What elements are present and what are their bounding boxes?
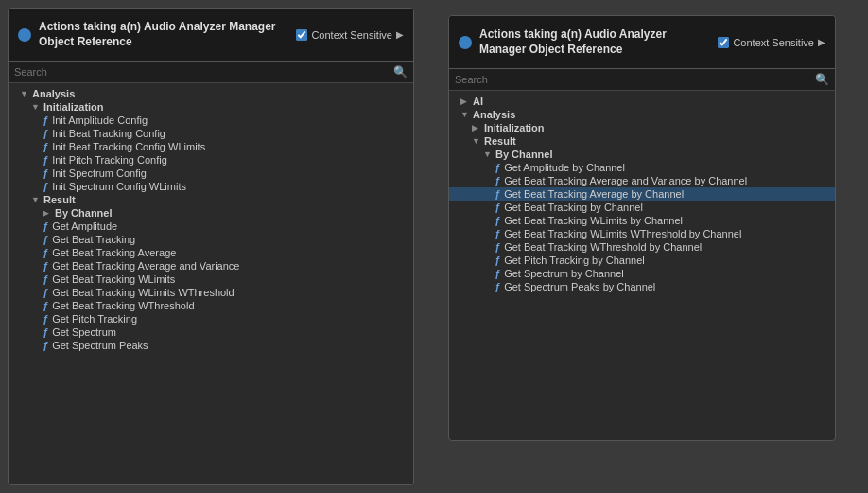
list-item[interactable]: ƒ Get Beat Tracking Average and Variance… bbox=[449, 174, 835, 187]
list-item[interactable]: ƒ Get Pitch Tracking bbox=[9, 312, 413, 326]
func-icon: ƒ bbox=[495, 215, 500, 226]
func-icon: ƒ bbox=[43, 300, 48, 311]
right-analysis-section[interactable]: ▼ Analysis bbox=[449, 108, 835, 121]
left-initialization-section[interactable]: ▼ Initialization bbox=[9, 100, 413, 114]
by-channel-item-label: Get Beat Tracking Average and Variance b… bbox=[504, 175, 747, 186]
list-item[interactable]: ƒ Get Beat Tracking WLimits WThreshold b… bbox=[449, 227, 835, 240]
list-item[interactable]: ƒ Init Spectrum Config WLimits bbox=[9, 180, 413, 193]
list-item[interactable]: ƒ Get Spectrum by Channel bbox=[449, 267, 835, 280]
left-result-section[interactable]: ▼ Result bbox=[9, 193, 413, 206]
right-tree-container[interactable]: ▶ AI ▼ Analysis ▶ Initialization ▼ Resul… bbox=[449, 91, 835, 440]
right-analysis-arrow-icon: ▼ bbox=[460, 110, 470, 119]
list-item[interactable]: ƒ Init Amplitude Config bbox=[9, 114, 413, 127]
list-item-highlighted[interactable]: ƒ Get Beat Tracking Average by Channel bbox=[449, 187, 835, 201]
result-item-label: Get Spectrum bbox=[52, 326, 116, 338]
by-channel-item-label: Get Spectrum Peaks by Channel bbox=[504, 281, 655, 292]
left-search-input[interactable] bbox=[14, 66, 393, 78]
left-panel-dot bbox=[18, 28, 31, 42]
right-context-arrow-icon: ▶ bbox=[818, 37, 825, 47]
right-by-channel-label: By Channel bbox=[495, 149, 553, 160]
left-by-channel-section[interactable]: ▶ By Channel bbox=[9, 206, 413, 220]
right-search-icon: 🔍 bbox=[815, 73, 829, 86]
right-panel-dot bbox=[459, 36, 472, 49]
left-by-channel-label: By Channel bbox=[55, 207, 113, 219]
right-by-channel-section[interactable]: ▼ By Channel bbox=[449, 148, 835, 161]
list-item[interactable]: ƒ Get Beat Tracking bbox=[9, 233, 413, 246]
by-channel-item-label: Get Beat Tracking WLimits WThreshold by … bbox=[504, 228, 741, 239]
list-item[interactable]: ƒ Get Beat Tracking Average and Variance bbox=[9, 259, 413, 273]
func-icon: ƒ bbox=[495, 202, 500, 213]
left-panel-header: Actions taking a(n) Audio Analyzer Manag… bbox=[9, 9, 413, 62]
init-item-label: Init Pitch Tracking Config bbox=[52, 154, 167, 166]
right-context-label: Context Sensitive bbox=[733, 37, 814, 48]
list-item[interactable]: ƒ Get Spectrum Peaks by Channel bbox=[449, 280, 835, 293]
func-icon: ƒ bbox=[43, 340, 48, 351]
list-item[interactable]: ƒ Get Beat Tracking WLimits bbox=[9, 273, 413, 286]
func-icon: ƒ bbox=[43, 154, 48, 166]
left-tree-container[interactable]: ▼ Analysis ▼ Initialization ƒ Init Ampli… bbox=[9, 83, 413, 484]
list-item[interactable]: ƒ Get Amplitude bbox=[9, 220, 413, 233]
right-result-section[interactable]: ▼ Result bbox=[449, 134, 835, 148]
left-search-bar: 🔍 bbox=[9, 62, 413, 83]
left-result-label: Result bbox=[43, 194, 76, 205]
by-channel-item-label: Get Spectrum by Channel bbox=[504, 268, 624, 279]
list-item[interactable]: ƒ Get Spectrum bbox=[9, 326, 413, 339]
result-item-label: Get Beat Tracking Average and Variance bbox=[52, 260, 239, 272]
right-context-checkbox[interactable] bbox=[718, 37, 729, 48]
right-search-input[interactable] bbox=[455, 74, 815, 85]
result-item-label: Get Beat Tracking WLimits WThreshold bbox=[52, 287, 234, 298]
left-context-checkbox[interactable] bbox=[296, 29, 307, 41]
list-item[interactable]: ƒ Get Amplitude by Channel bbox=[449, 161, 835, 174]
right-result-label: Result bbox=[484, 135, 516, 147]
list-item[interactable]: ƒ Get Spectrum Peaks bbox=[9, 339, 413, 352]
func-icon: ƒ bbox=[495, 175, 500, 186]
right-init-arrow-icon: ▶ bbox=[472, 123, 481, 132]
right-analysis-label: Analysis bbox=[473, 109, 515, 120]
func-icon: ƒ bbox=[43, 247, 48, 258]
list-item[interactable]: ƒ Init Pitch Tracking Config bbox=[9, 153, 413, 167]
list-item[interactable]: ƒ Init Beat Tracking Config bbox=[9, 127, 413, 140]
init-item-label: Init Beat Tracking Config bbox=[52, 128, 165, 139]
list-item[interactable]: ƒ Init Spectrum Config bbox=[9, 167, 413, 180]
right-ai-section[interactable]: ▶ AI bbox=[449, 95, 835, 108]
func-icon: ƒ bbox=[43, 313, 48, 325]
init-item-label: Init Spectrum Config WLimits bbox=[52, 181, 186, 192]
left-panel-title: Actions taking a(n) Audio Analyzer Manag… bbox=[39, 20, 288, 49]
list-item[interactable]: ƒ Get Beat Tracking by Channel bbox=[449, 201, 835, 214]
right-panel-title: Actions taking a(n) Audio Analyzer Manag… bbox=[479, 27, 710, 57]
list-item[interactable]: ƒ Get Beat Tracking WThreshold bbox=[9, 299, 413, 312]
func-icon: ƒ bbox=[495, 281, 500, 292]
result-item-label: Get Pitch Tracking bbox=[52, 313, 137, 325]
list-item[interactable]: ƒ Get Beat Tracking WLimits by Channel bbox=[449, 214, 835, 227]
right-search-bar: 🔍 bbox=[449, 69, 835, 91]
list-item[interactable]: ƒ Get Beat Tracking WThreshold by Channe… bbox=[449, 240, 835, 254]
left-analysis-section[interactable]: ▼ Analysis bbox=[9, 87, 413, 100]
result-item-label: Get Beat Tracking WLimits bbox=[52, 273, 175, 285]
list-item[interactable]: ƒ Init Beat Tracking Config WLimits bbox=[9, 140, 413, 153]
right-panel: Actions taking a(n) Audio Analyzer Manag… bbox=[448, 15, 836, 441]
result-item-label: Get Beat Tracking WThreshold bbox=[52, 300, 194, 311]
left-initialization-label: Initialization bbox=[43, 101, 104, 113]
left-context-label: Context Sensitive bbox=[311, 29, 392, 41]
func-icon: ƒ bbox=[43, 114, 48, 126]
left-analysis-label: Analysis bbox=[32, 88, 75, 99]
init-item-label: Init Spectrum Config bbox=[52, 167, 147, 179]
left-result-arrow-icon: ▼ bbox=[31, 195, 41, 204]
result-item-label: Get Beat Tracking Average bbox=[52, 247, 176, 258]
list-item[interactable]: ƒ Get Pitch Tracking by Channel bbox=[449, 254, 835, 267]
func-icon: ƒ bbox=[495, 188, 500, 200]
right-initialization-section[interactable]: ▶ Initialization bbox=[449, 121, 835, 134]
list-item[interactable]: ƒ Get Beat Tracking Average bbox=[9, 246, 413, 259]
left-init-arrow-icon: ▼ bbox=[31, 102, 41, 112]
func-icon: ƒ bbox=[43, 220, 48, 232]
func-icon: ƒ bbox=[43, 181, 48, 192]
list-item[interactable]: ƒ Get Beat Tracking WLimits WThreshold bbox=[9, 286, 413, 299]
left-by-channel-arrow-icon: ▶ bbox=[43, 208, 52, 218]
by-channel-item-label: Get Beat Tracking WLimits by Channel bbox=[504, 215, 683, 226]
right-initialization-label: Initialization bbox=[484, 122, 545, 133]
by-channel-item-label: Get Pitch Tracking by Channel bbox=[504, 255, 645, 266]
func-icon: ƒ bbox=[43, 234, 48, 245]
func-icon: ƒ bbox=[495, 241, 500, 253]
func-icon: ƒ bbox=[43, 326, 48, 338]
init-item-label: Init Beat Tracking Config WLimits bbox=[52, 141, 205, 152]
